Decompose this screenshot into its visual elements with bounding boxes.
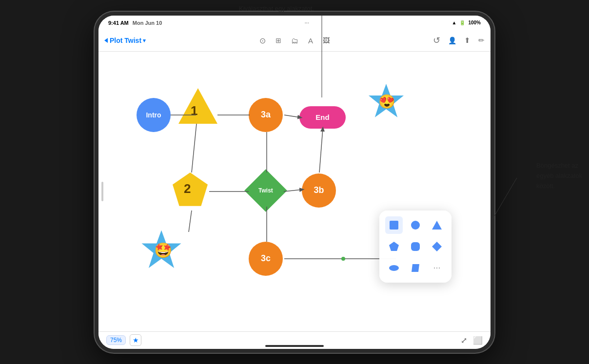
circle-shape-icon <box>410 219 421 231</box>
node-intro-label: Intro <box>146 111 161 119</box>
shape-circle-button[interactable] <box>407 216 424 234</box>
screen: 9:41 AM Mon Jun 10 ··· ▲ 🔋 100% Plot Twi… <box>98 16 491 349</box>
diamond-shape: Twist <box>244 169 287 212</box>
edit-icon[interactable]: ✏ <box>478 36 485 45</box>
shape-parallelogram-button[interactable] <box>407 259 424 277</box>
back-button[interactable] <box>104 38 108 43</box>
svg-marker-20 <box>432 221 442 230</box>
share-icon[interactable]: ⬆ <box>464 36 471 45</box>
star-bottom-emoji: 🤩 <box>154 242 172 259</box>
node-twist[interactable]: Twist <box>249 173 283 208</box>
toolbar-center: ⊙ ⊞ 🗂 A 🖼 <box>163 36 426 45</box>
status-left: 9:41 AM Mon Jun 10 <box>108 20 162 26</box>
shape-diamond-button[interactable] <box>428 238 446 255</box>
image-icon[interactable]: 🖼 <box>323 37 330 44</box>
svg-rect-18 <box>390 221 398 230</box>
date: Mon Jun 10 <box>133 20 162 26</box>
canvas[interactable]: Intro 1 3a End <box>98 52 491 331</box>
svg-line-4 <box>284 115 300 117</box>
triangle-shape-icon <box>431 219 443 231</box>
more-icon: ··· <box>433 263 440 273</box>
node-3b[interactable]: 3b <box>302 173 336 208</box>
shape-more-button[interactable]: ··· <box>428 259 446 277</box>
toolbar-left: Plot Twist ▾ <box>104 37 163 44</box>
connector-svg <box>98 52 491 331</box>
svg-point-24 <box>389 265 399 271</box>
table-icon[interactable]: ⊞ <box>275 37 281 44</box>
shape-rounded-square-button[interactable] <box>407 238 424 255</box>
svg-point-12 <box>341 257 345 261</box>
svg-marker-25 <box>412 264 419 272</box>
triangle-shape <box>177 86 218 127</box>
node-3a-label: 3a <box>261 110 271 120</box>
node-intro[interactable]: Intro <box>137 98 171 132</box>
diamond-shape-icon <box>431 241 443 252</box>
node-2[interactable]: 2 <box>171 171 210 210</box>
scroll-indicator <box>101 182 103 201</box>
dots: ··· <box>305 20 309 26</box>
svg-rect-22 <box>411 242 420 251</box>
history-icon[interactable]: ↺ <box>433 35 440 46</box>
bottom-right: ⤢ ⬜ <box>461 336 483 345</box>
parallelogram-shape-icon <box>410 262 421 274</box>
shape-square-button[interactable] <box>385 216 403 234</box>
status-center: ··· <box>305 20 309 26</box>
svg-marker-21 <box>389 242 399 251</box>
node-3c-label: 3c <box>261 253 271 264</box>
status-bar: 9:41 AM Mon Jun 10 ··· ▲ 🔋 100% <box>98 16 491 30</box>
rounded-square-icon <box>410 241 421 252</box>
node-end-label: End <box>315 113 329 121</box>
star-icon: ★ <box>133 336 139 344</box>
text-icon[interactable]: A <box>308 37 313 45</box>
node-3c[interactable]: 3c <box>249 242 283 276</box>
bottom-left: 75% ★ <box>106 334 141 346</box>
svg-line-1 <box>492 178 517 219</box>
annotation-top: Kiválaszthat egy alakzatot. <box>239 5 314 12</box>
svg-marker-23 <box>432 242 442 251</box>
pentagon-shape-icon <box>388 241 400 252</box>
toolbar-right: ↺ 👤 ⬆ ✏ <box>426 35 485 46</box>
shape-oval-button[interactable] <box>385 259 403 277</box>
node-end[interactable]: End <box>299 106 346 129</box>
annotation-right: Böngészhet az egyéb alakzatok között. <box>536 161 582 191</box>
device-frame: 9:41 AM Mon Jun 10 ··· ▲ 🔋 100% Plot Twi… <box>95 12 494 353</box>
view-icon[interactable]: ⬜ <box>473 336 483 345</box>
arrange-icon[interactable]: ⤢ <box>461 336 467 345</box>
svg-line-9 <box>319 129 323 172</box>
node-3a[interactable]: 3a <box>249 98 283 132</box>
node-2-label: 2 <box>184 181 191 196</box>
battery-icon: 🔋 <box>459 20 465 25</box>
node-twist-label: Twist <box>258 187 273 194</box>
document-title-button[interactable]: Plot Twist ▾ <box>110 37 146 44</box>
battery-level: 100% <box>468 20 481 25</box>
chevron-left-icon <box>104 38 108 43</box>
svg-line-13 <box>189 211 192 232</box>
media-icon[interactable]: 🗂 <box>291 37 298 45</box>
document-title: Plot Twist <box>110 37 141 44</box>
zoom-level[interactable]: 75% <box>106 335 126 345</box>
collab-icon[interactable]: 👤 <box>448 37 456 44</box>
oval-shape-icon <box>388 262 400 274</box>
node-star-bottom[interactable]: 🤩 <box>139 228 183 272</box>
wifi-icon: ▲ <box>452 20 457 25</box>
object-icon[interactable]: ⊙ <box>259 36 266 45</box>
shape-picker-popup: ··· <box>379 211 452 283</box>
node-3b-label: 3b <box>314 185 324 195</box>
star-badge[interactable]: ★ <box>130 334 141 346</box>
node-star-top[interactable]: 😍 <box>367 82 406 121</box>
square-shape-icon <box>388 219 400 231</box>
time: 9:41 AM <box>108 20 129 26</box>
toolbar: Plot Twist ▾ ⊙ ⊞ 🗂 A 🖼 ↺ 👤 ⬆ ✏ <box>98 30 491 52</box>
shape-pentagon-button[interactable] <box>385 238 403 255</box>
node-1[interactable]: 1 <box>177 86 218 129</box>
shape-triangle-button[interactable] <box>428 216 446 234</box>
chevron-down-icon: ▾ <box>143 38 146 44</box>
home-bar <box>265 345 324 347</box>
svg-line-5 <box>192 124 196 172</box>
node-1-label: 1 <box>191 103 197 118</box>
status-right: ▲ 🔋 100% <box>452 20 481 25</box>
svg-point-19 <box>411 221 420 230</box>
svg-marker-14 <box>178 88 217 124</box>
star-top-emoji: 😍 <box>378 94 395 110</box>
